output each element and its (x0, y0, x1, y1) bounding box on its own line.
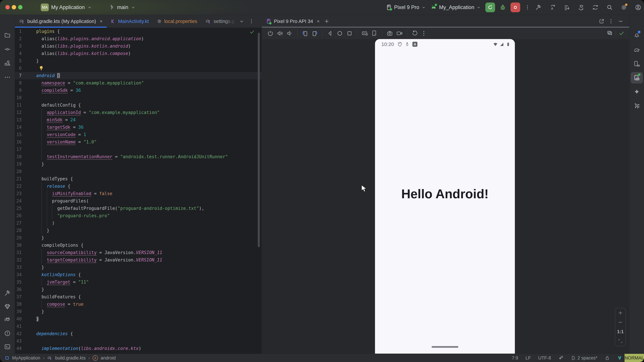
rerun-button[interactable] (485, 2, 495, 12)
search-everywhere-button[interactable] (606, 4, 613, 10)
vcs-branch-widget[interactable]: main (109, 0, 136, 15)
ideavim-icon[interactable] (617, 356, 622, 361)
code-line[interactable]: 11 defaultConfig { (15, 101, 262, 109)
code-line[interactable]: 30 compileOptions { (15, 242, 262, 249)
code-line[interactable]: 38 compose = true (15, 301, 262, 308)
reset-view-icon[interactable] (412, 30, 418, 36)
code-line[interactable]: 31 sourceCompatibility = JavaVersion.VER… (15, 249, 262, 256)
terminal-tool-icon[interactable] (4, 344, 11, 350)
code-line[interactable]: 27 ) (15, 219, 262, 227)
build-button[interactable] (535, 4, 542, 10)
inspections-ok-check-icon[interactable] (250, 29, 255, 35)
window-zoom-button[interactable] (18, 5, 22, 9)
volume-down-icon[interactable] (286, 30, 293, 36)
code-line[interactable]: 21 buildTypes { (15, 175, 262, 183)
add-device-tab-icon[interactable] (324, 18, 330, 24)
volume-up-icon[interactable] (277, 30, 283, 36)
code-line[interactable]: 37 buildFeatures { (15, 293, 262, 301)
screen-record-icon[interactable] (396, 30, 403, 36)
code-line[interactable]: 44 implementation(libs.androidx.core.ktx… (15, 345, 262, 352)
code-line[interactable]: 28 } (15, 227, 262, 234)
hide-panel-icon[interactable] (618, 18, 624, 24)
tab-build-gradle[interactable]: build.gradle.kts (My Application) × (15, 15, 107, 28)
code-line[interactable]: 19 } (15, 160, 262, 168)
code-line[interactable]: 15 versionCode = 1 (15, 131, 262, 138)
build-tool-icon[interactable] (4, 290, 11, 297)
window-close-button[interactable] (5, 5, 10, 9)
android-overview-icon[interactable] (346, 30, 353, 36)
zoom-out-icon[interactable] (618, 320, 623, 325)
editor-scrollbar[interactable] (258, 33, 260, 247)
code-line[interactable]: 35 jvmTarget = "11" (15, 278, 262, 286)
apply-code-changes-button[interactable] (564, 4, 570, 10)
hardware-input-icon[interactable] (362, 30, 368, 36)
code-line[interactable]: 29 } (15, 234, 262, 242)
intention-bulb-icon[interactable] (38, 65, 44, 71)
file-encoding[interactable]: UTF-8 (538, 356, 551, 361)
assistant-sparkle-icon[interactable] (634, 88, 640, 95)
code-line[interactable]: 36 } (15, 286, 262, 293)
run-configuration-selector[interactable]: My_Application (430, 0, 481, 15)
code-line[interactable]: 39 } (15, 308, 262, 315)
code-line[interactable]: 13 minSdk = 24 (15, 116, 262, 123)
project-tool-icon[interactable] (4, 32, 11, 39)
problems-tool-icon[interactable] (4, 330, 11, 337)
code-line[interactable]: 6 (15, 64, 262, 72)
gesture-home-indicator[interactable] (432, 346, 458, 348)
code-line[interactable]: 4 alias(libs.plugins.kotlin.compose) (15, 50, 262, 57)
zoom-reset-button[interactable]: 1:1 (617, 329, 624, 334)
running-devices-tool-button[interactable] (631, 72, 643, 83)
tab-mainactivity[interactable]: MainActivity.kt (107, 15, 153, 28)
line-ending[interactable]: LF (526, 356, 531, 361)
logcat-tool-icon[interactable] (4, 317, 11, 323)
code-line[interactable]: 34 kotlinOptions { (15, 271, 262, 278)
open-in-window-icon[interactable] (599, 18, 604, 24)
code-line[interactable]: 32 targetCompatibility = JavaVersion.VER… (15, 256, 262, 264)
code-line[interactable]: 5} (15, 57, 262, 64)
apply-changes-button[interactable] (550, 4, 556, 10)
notifications-icon[interactable] (634, 31, 640, 38)
attach-debugger-button[interactable] (578, 4, 584, 10)
device-settings-icon[interactable] (371, 30, 378, 36)
emulator-screen[interactable]: 10:20 A Hello Android! (375, 39, 515, 354)
screenshot-camera-icon[interactable] (386, 30, 393, 36)
gradle-tool-icon[interactable] (634, 46, 640, 53)
app-insights-plane-icon[interactable] (634, 102, 640, 109)
sync-gradle-button[interactable] (592, 4, 598, 10)
code-line[interactable]: 18 testInstrumentationRunner = "androidx… (15, 153, 262, 160)
code-line[interactable]: 22 release { (15, 183, 262, 190)
tab-local-properties[interactable]: local.properties (153, 15, 201, 28)
rotate-right-icon[interactable] (312, 30, 318, 36)
code-line[interactable]: 40} (15, 315, 262, 323)
device-tab[interactable]: Pixel 9 Pro API 34 × (262, 15, 629, 28)
device-selector[interactable]: Pixel 9 Pro (386, 0, 426, 15)
tab-settings-gradle[interactable]: settings.g (201, 15, 236, 28)
code-line[interactable]: 10 (15, 94, 262, 101)
resource-manager-icon[interactable] (4, 60, 11, 66)
code-line[interactable]: 12 applicationId = "com.example.myapplic… (15, 109, 262, 116)
code-line[interactable]: 23 isMinifyEnabled = false (15, 190, 262, 197)
code-line[interactable]: 7android { (15, 72, 262, 79)
code-editor[interactable]: 1plugins {2 alias(libs.plugins.android.a… (15, 28, 262, 354)
stop-button[interactable] (510, 2, 520, 12)
code-line[interactable]: 25 getDefaultProguardFile("proguard-andr… (15, 205, 262, 212)
debug-button[interactable] (500, 4, 506, 11)
zoom-in-icon[interactable] (618, 310, 623, 316)
code-line[interactable]: 16 versionName = "1.0" (15, 138, 262, 146)
window-minimize-button[interactable] (12, 5, 16, 9)
code-line[interactable]: 42dependencies { (15, 330, 262, 337)
code-line[interactable]: 20 (15, 168, 262, 175)
gemini-tool-icon[interactable] (4, 303, 11, 310)
breadcrumb-module[interactable]: MyApplication (12, 356, 40, 361)
code-line[interactable]: 24 proguardFiles( (15, 197, 262, 205)
power-button-icon[interactable] (267, 30, 274, 36)
code-line[interactable]: 41 (15, 323, 262, 330)
code-line[interactable]: 43 (15, 337, 262, 345)
code-line[interactable]: 9 compileSdk = 36 (15, 87, 262, 94)
code-line[interactable]: 33 } (15, 264, 262, 271)
close-icon[interactable]: × (317, 18, 320, 24)
profile-button[interactable] (635, 4, 641, 10)
code-line[interactable]: 26 "proguard-rules.pro" (15, 212, 262, 219)
code-line[interactable]: 8 namespace = "com.example.myapplication… (15, 79, 262, 87)
close-icon[interactable]: × (100, 18, 103, 24)
